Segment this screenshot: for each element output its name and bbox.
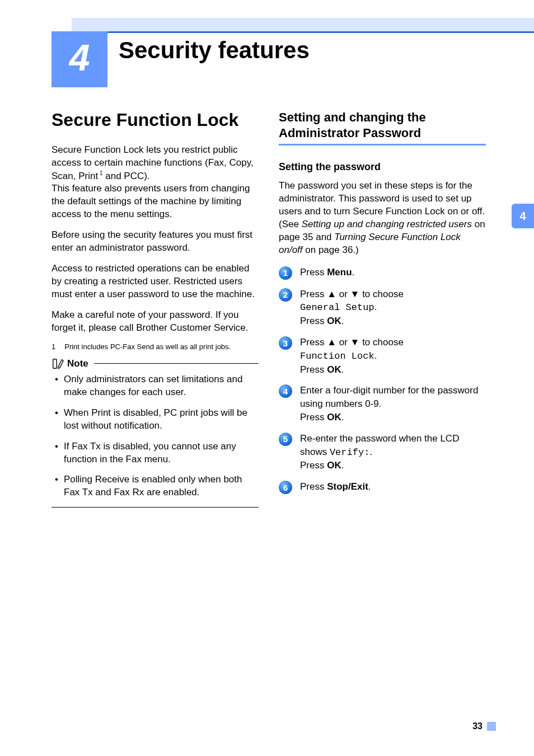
paragraph: Before using the security features you m…	[51, 229, 259, 255]
superscript-reference: 1	[98, 170, 102, 176]
step-badge: 3	[279, 336, 292, 350]
step-badge: 1	[279, 266, 292, 280]
step-text: Press ▲ or ▼ to choose General Setup. Pr…	[300, 288, 486, 328]
list-item: Only administrators can set limitations …	[54, 373, 256, 399]
left-column: Secure Function Lock Secure Function Loc…	[51, 110, 259, 508]
note-rule	[94, 363, 259, 364]
step-badge: 6	[279, 481, 292, 494]
subsection-heading: Setting and changing the Administrator P…	[279, 110, 486, 140]
step-badge: 5	[279, 433, 292, 446]
step-text: Re-enter the password when the LCD shows…	[300, 432, 486, 472]
step-item: 2 Press ▲ or ▼ to choose General Setup. …	[279, 288, 486, 328]
list-item: When Print is disabled, PC print jobs wi…	[54, 407, 256, 433]
step-item: 5 Re-enter the password when the LCD sho…	[279, 432, 486, 472]
pencil-icon	[51, 358, 64, 370]
note-list: Only administrators can set limitations …	[51, 373, 259, 500]
step-text: Press Menu.	[300, 266, 486, 280]
chapter-number-box: 4	[51, 31, 107, 87]
note-label: Note	[67, 358, 88, 369]
note-bottom-rule	[51, 507, 259, 508]
list-item: If Fax Tx is disabled, you cannot use an…	[54, 440, 256, 466]
paragraph: Make a careful note of your password. If…	[51, 309, 259, 335]
paragraph: The password you set in these steps is f…	[279, 180, 486, 257]
page-number: 33	[472, 721, 483, 731]
step-item: 4 Enter a four-digit number for the pass…	[279, 384, 486, 424]
step-badge: 4	[279, 384, 292, 398]
footnote: 1 Print includes PC-Fax Send as well as …	[51, 342, 259, 351]
paragraph: Access to restricted operations can be e…	[51, 262, 259, 301]
footer: 33	[472, 721, 496, 731]
footnote-text: Print includes PC-Fax Send as well as al…	[64, 342, 259, 351]
step-item: 1 Press Menu.	[279, 266, 486, 280]
step-text: Press Stop/Exit.	[300, 480, 486, 494]
step-badge: 2	[279, 288, 292, 302]
side-tab: 4	[512, 204, 534, 228]
step-item: 6 Press Stop/Exit.	[279, 480, 486, 494]
subheading: Setting the password	[279, 161, 486, 173]
page-marker	[487, 722, 496, 731]
paragraph: Secure Function Lock lets you restrict p…	[51, 144, 259, 221]
header-stripe	[0, 0, 534, 31]
step-text: Enter a four-digit number for the passwo…	[300, 384, 486, 424]
svg-rect-0	[53, 359, 57, 369]
chapter-title: Security features	[119, 37, 310, 64]
step-item: 3 Press ▲ or ▼ to choose Function Lock. …	[279, 336, 486, 376]
step-text: Press ▲ or ▼ to choose Function Lock. Pr…	[300, 336, 486, 376]
section-heading: Secure Function Lock	[51, 110, 259, 130]
footnote-number: 1	[51, 342, 55, 351]
heading-rule	[279, 144, 486, 145]
right-column: Setting and changing the Administrator P…	[279, 110, 486, 508]
list-item: Polling Receive is enabled only when bot…	[54, 473, 256, 499]
note-header: Note	[51, 358, 259, 370]
chapter-number: 4	[69, 36, 90, 79]
